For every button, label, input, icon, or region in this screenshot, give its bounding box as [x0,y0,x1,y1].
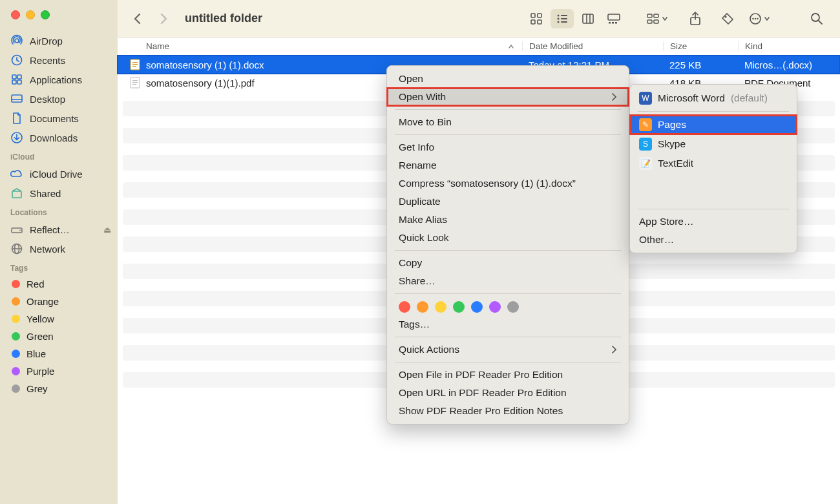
forward-button[interactable] [155,10,172,28]
app-default-suffix: (default) [731,92,768,104]
sidebar-tag-grey[interactable]: Grey [0,380,118,397]
sidebar-item-documents[interactable]: Documents [0,109,118,128]
sidebar-section-locations: Locations [0,203,118,220]
ctx-share[interactable]: Share… [387,272,629,290]
drive-icon [10,223,23,236]
sidebar-tag-red[interactable]: Red [0,275,118,293]
tag-color-swatch[interactable] [399,301,410,313]
ctx-open-url-pdf[interactable]: Open URL in PDF Reader Pro Edition [387,384,629,402]
column-size[interactable]: Size [663,41,738,51]
back-button[interactable] [129,10,146,28]
column-view-button[interactable] [576,9,600,28]
sidebar-item-downloads[interactable]: Downloads [0,128,118,147]
window-title: untitled folder [185,12,262,25]
ctx-tags[interactable]: Tags… [387,315,629,333]
ctx-compress[interactable]: Compress “somatosensory (1) (1).docx” [387,174,629,193]
ctx-show-pdf-notes[interactable]: Show PDF Reader Pro Edition Notes [387,402,629,420]
svg-rect-5 [17,80,21,84]
sidebar-tag-yellow[interactable]: Yellow [0,310,118,328]
apps-icon [10,73,23,86]
sidebar-item-desktop[interactable]: Desktop [0,89,118,109]
svg-rect-28 [608,14,620,20]
ctx-duplicate[interactable]: Duplicate [387,193,629,211]
tags-button[interactable] [716,9,739,28]
submenu-app-store[interactable]: App Store… [630,213,797,231]
tag-color-dot [12,350,20,358]
tag-color-swatch[interactable] [489,301,501,313]
tag-color-swatch[interactable] [471,301,483,313]
eject-icon[interactable]: ⏏ [103,225,111,235]
sidebar-item-reflect-[interactable]: Reflect…⏏ [0,220,118,239]
svg-rect-50 [132,82,138,83]
tag-color-swatch[interactable] [417,301,428,313]
shared-icon [10,187,23,200]
share-button[interactable] [684,9,707,28]
sidebar-item-shared[interactable]: Shared [0,184,118,203]
sidebar-item-airdrop[interactable]: AirDrop [0,31,118,50]
tag-color-swatch[interactable] [453,301,465,313]
svg-point-0 [15,39,19,43]
svg-rect-2 [12,75,16,79]
tag-color-swatch[interactable] [507,301,519,313]
sidebar-item-applications[interactable]: Applications [0,70,118,89]
app-label: Skype [658,138,686,150]
svg-rect-45 [132,62,138,63]
svg-point-39 [752,17,754,19]
svg-rect-6 [12,95,22,102]
minimize-window-button[interactable] [26,10,35,19]
ctx-copy[interactable]: Copy [387,254,629,272]
sidebar-item-label: Shared [30,188,61,199]
ctx-make-alias[interactable]: Make Alias [387,211,629,229]
group-by-button[interactable] [646,12,668,25]
svg-point-41 [757,17,759,19]
app-icon: S [639,138,652,151]
sidebar-tag-blue[interactable]: Blue [0,345,118,362]
svg-point-37 [725,16,727,17]
search-button[interactable] [805,9,828,28]
ctx-separator [395,250,621,251]
action-button[interactable] [748,12,770,26]
ctx-open[interactable]: Open [387,70,629,88]
sidebar-item-recents[interactable]: Recents [0,50,118,70]
sidebar-tag-green[interactable]: Green [0,328,118,345]
ctx-rename[interactable]: Rename [387,156,629,174]
svg-rect-16 [538,14,541,17]
sidebar-tag-orange[interactable]: Orange [0,293,118,310]
ctx-get-info[interactable]: Get Info [387,138,629,156]
view-switcher [525,9,625,28]
open-with-pages[interactable]: ✎Pages [630,115,797,134]
chevron-down-icon [662,16,668,22]
ctx-separator [638,209,789,209]
ctx-move-to-bin[interactable]: Move to Bin [387,113,629,131]
ctx-quick-actions[interactable]: Quick Actions [387,341,629,359]
column-kind[interactable]: Kind [738,41,840,51]
open-with-textedit[interactable]: 📝TextEdit [630,154,797,173]
ctx-separator [395,337,621,337]
column-name[interactable]: Name [146,41,522,51]
ctx-quick-look[interactable]: Quick Look [387,229,629,247]
gallery-view-button[interactable] [602,9,625,28]
icon-view-button[interactable] [525,9,548,28]
toolbar: untitled folder [118,0,840,37]
sidebar-tag-purple[interactable]: Purple [0,362,118,380]
sidebar-item-network[interactable]: Network [0,239,118,258]
desktop-icon [10,92,23,105]
ctx-open-file-pdf[interactable]: Open File in PDF Reader Pro Edition [387,366,629,384]
close-window-button[interactable] [11,10,20,19]
svg-rect-18 [538,20,541,24]
submenu-other[interactable]: Other… [630,231,797,249]
column-date-modified[interactable]: Date Modified [522,41,663,51]
finder-window: AirDropRecentsApplicationsDesktopDocumen… [0,0,840,504]
open-with-skype[interactable]: SSkype [630,134,797,154]
open-with-submenu: WMicrosoft Word(default)✎PagesSSkype📝Tex… [629,84,797,253]
tag-color-dot [12,297,20,306]
sidebar-item-label: iCloud Drive [30,169,83,180]
svg-point-21 [558,17,560,19]
open-with-microsoft-word[interactable]: WMicrosoft Word(default) [630,89,797,108]
sidebar-item-label: Applications [30,74,82,85]
tag-color-swatch[interactable] [435,301,446,313]
zoom-window-button[interactable] [41,10,50,19]
sidebar-item-icloud-drive[interactable]: iCloud Drive [0,164,118,184]
list-view-button[interactable] [551,9,574,28]
ctx-open-with[interactable]: Open With [387,88,629,106]
